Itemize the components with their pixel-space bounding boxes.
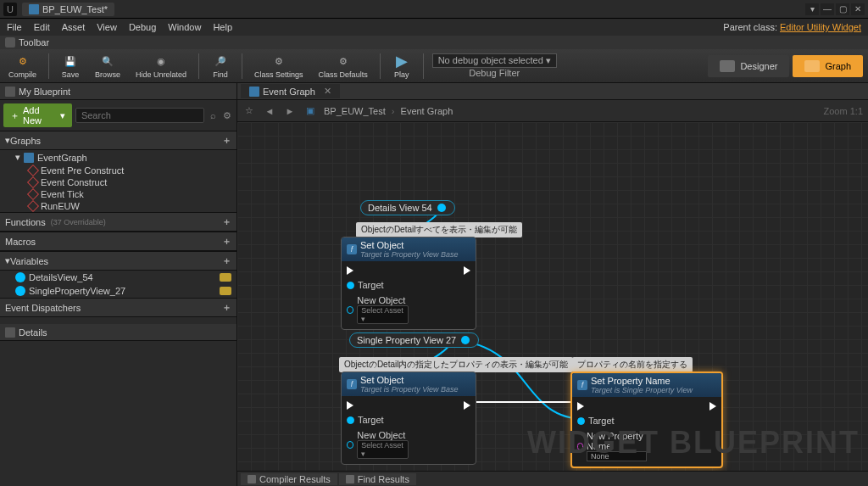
menu-help[interactable]: Help — [213, 22, 232, 32]
exec-out-pin[interactable] — [464, 266, 470, 275]
event-item[interactable]: Event Tick — [0, 188, 236, 200]
node-comment: ObjectのDetailすべてを表示・編集が可能 — [356, 222, 522, 237]
document-title: BP_EUW_Test* — [42, 4, 108, 14]
menu-edit[interactable]: Edit — [34, 22, 50, 32]
details-tab[interactable]: Details — [0, 324, 236, 341]
add-graph-button[interactable]: ＋ — [222, 134, 231, 147]
graph-canvas[interactable]: Details View 54 ObjectのDetailすべてを表示・編集が可… — [237, 122, 868, 471]
graphs-section[interactable]: ▾ Graphs＋ — [0, 131, 236, 150]
function-icon: f — [577, 380, 587, 390]
toolbar-label: Toolbar — [19, 37, 49, 47]
my-blueprint-tab[interactable]: My Blueprint — [0, 83, 236, 100]
chevron-down-icon: ▾ — [60, 110, 65, 121]
function-icon: f — [347, 244, 357, 254]
search-input[interactable] — [75, 108, 204, 123]
designer-mode-button[interactable]: Designer — [708, 55, 789, 77]
compile-button[interactable]: ⚙ Compile — [5, 51, 40, 81]
variable-get-node[interactable]: Single Property View 27 — [349, 332, 479, 348]
macros-section[interactable]: Macros＋ — [0, 232, 236, 251]
add-function-button[interactable]: ＋ — [222, 215, 231, 228]
watermark-text: WIDGET BLUEPRINT — [527, 425, 860, 461]
event-item[interactable]: Event Pre Construct — [0, 165, 236, 176]
class-settings-button[interactable]: ⚙Class Settings — [251, 51, 307, 81]
event-icon — [27, 200, 39, 212]
set-object-node[interactable]: fSet ObjectTarget is Property View Base … — [341, 237, 476, 330]
node-comment: ObjectのDetail内の指定したプロパティの表示・編集が可能 — [339, 357, 573, 372]
add-new-button[interactable]: ＋Add New▾ — [3, 103, 72, 127]
variables-section[interactable]: ▾ Variables＋ — [0, 251, 236, 271]
find-results-tab[interactable]: Find Results — [339, 473, 416, 485]
compiler-results-tab[interactable]: Compiler Results — [241, 473, 337, 485]
event-item[interactable]: Event Construct — [0, 176, 236, 188]
unreal-logo-icon: U — [3, 3, 17, 16]
variable-get-node[interactable]: Details View 54 — [360, 200, 455, 215]
exec-out-pin[interactable] — [464, 401, 470, 410]
exec-in-pin[interactable] — [347, 401, 353, 410]
designer-icon — [720, 60, 735, 72]
menu-window[interactable]: Window — [168, 22, 201, 32]
maximize-button[interactable]: ▢ — [836, 3, 849, 15]
variable-item[interactable]: SinglePropertyView_27 — [0, 284, 236, 298]
target-pin[interactable] — [347, 416, 354, 424]
event-item[interactable]: RunEUW — [0, 200, 236, 212]
save-button[interactable]: 💾Save — [58, 51, 83, 81]
menu-file[interactable]: File — [7, 22, 22, 32]
menu-asset[interactable]: Asset — [62, 22, 86, 32]
plus-icon: ＋ — [10, 109, 19, 122]
event-icon — [27, 176, 39, 188]
toolbar-grip-icon — [5, 37, 15, 47]
search-icon[interactable]: ⌕ — [208, 109, 219, 121]
object-var-icon — [15, 272, 25, 282]
eventgraph-item[interactable]: ▾EventGraph — [0, 150, 236, 165]
close-tab-button[interactable]: ✕ — [324, 86, 331, 97]
hide-unrelated-button[interactable]: ◉Hide Unrelated — [132, 51, 190, 81]
zoom-indicator: Zoom 1:1 — [824, 106, 863, 116]
event-dispatchers-section[interactable]: Event Dispatchers＋ — [0, 298, 236, 317]
menu-debug[interactable]: Debug — [129, 22, 156, 32]
object-pin[interactable] — [347, 306, 353, 314]
exec-in-pin[interactable] — [347, 266, 353, 275]
main-toolbar: ⚙ Compile 💾Save 🔍Browse ◉Hide Unrelated … — [0, 49, 868, 83]
target-pin[interactable] — [577, 417, 585, 425]
exec-out-pin[interactable] — [709, 402, 716, 411]
functions-section[interactable]: Functions(37 Overridable)＋ — [0, 212, 236, 232]
exec-in-pin[interactable] — [577, 402, 584, 411]
add-macro-button[interactable]: ＋ — [222, 235, 231, 248]
set-object-node[interactable]: fSet ObjectTarget is Property View Base … — [341, 371, 476, 465]
menu-view[interactable]: View — [97, 22, 117, 32]
forward-button[interactable]: ► — [283, 104, 297, 118]
menu-bar: File Edit Asset View Debug Window Help P… — [0, 19, 868, 36]
find-icon — [346, 475, 354, 483]
graph-mode-button[interactable]: Graph — [793, 55, 863, 77]
asset-select[interactable]: Select Asset ▾ — [357, 440, 409, 459]
object-pin[interactable] — [347, 441, 353, 449]
breadcrumb[interactable]: BP_EUW_Test › Event Graph — [324, 106, 453, 116]
target-pin[interactable] — [347, 282, 354, 289]
event-graph-tab[interactable]: Event Graph ✕ — [241, 84, 340, 98]
parent-class-link[interactable]: Editor Utility Widget — [780, 22, 861, 32]
debug-object-select[interactable]: No debug object selected ▾ — [432, 53, 557, 68]
asset-select[interactable]: Select Asset ▾ — [357, 305, 409, 324]
debug-filter-label: Debug Filter — [469, 68, 520, 78]
document-tab[interactable]: BP_EUW_Test* — [22, 3, 114, 16]
window-down-button[interactable]: ▾ — [805, 3, 819, 15]
close-button[interactable]: ✕ — [851, 3, 865, 15]
variable-item[interactable]: DetailsView_54 — [0, 271, 236, 284]
play-button[interactable]: ▶Play — [389, 51, 415, 81]
output-pin[interactable] — [437, 204, 446, 212]
browse-button[interactable]: 🔍Browse — [92, 51, 124, 81]
favorite-button[interactable]: ☆ — [242, 104, 256, 118]
output-pin[interactable] — [461, 336, 470, 344]
minimize-button[interactable]: — — [821, 3, 834, 15]
find-button[interactable]: 🔎Find — [208, 51, 233, 81]
add-variable-button[interactable]: ＋ — [222, 254, 231, 267]
class-defaults-button[interactable]: ⚙Class Defaults — [315, 51, 371, 81]
settings-icon[interactable]: ⚙ — [222, 109, 233, 121]
back-button[interactable]: ◄ — [263, 104, 276, 118]
object-var-icon — [15, 286, 25, 296]
visibility-toggle[interactable] — [220, 287, 231, 295]
parent-class-label: Parent class: Editor Utility Widget — [723, 22, 861, 32]
visibility-toggle[interactable] — [220, 273, 231, 282]
graph-node-icon — [24, 153, 34, 163]
add-dispatcher-button[interactable]: ＋ — [222, 301, 231, 314]
